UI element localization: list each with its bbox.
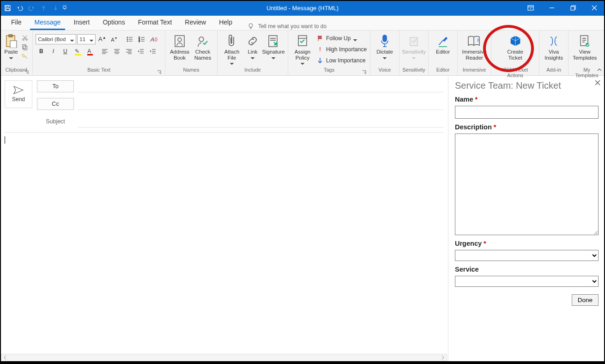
scroll-right-button[interactable] bbox=[439, 354, 447, 361]
immersive-reader-button[interactable]: Immersive Reader bbox=[460, 32, 488, 61]
create-ticket-button[interactable]: Create Ticket bbox=[502, 32, 529, 61]
bold-button[interactable]: B bbox=[36, 46, 47, 56]
group-immersive: Immersive Reader Immersive bbox=[458, 30, 491, 75]
format-painter-button[interactable] bbox=[20, 52, 30, 61]
font-color-button[interactable]: A bbox=[84, 46, 95, 56]
ribbon-tabs: File Message Insert Options Format Text … bbox=[0, 16, 605, 30]
low-importance-button[interactable]: Low Importance bbox=[317, 55, 367, 66]
align-right-icon bbox=[126, 48, 132, 55]
collapse-ribbon-button[interactable] bbox=[597, 67, 602, 73]
viva-icon bbox=[548, 33, 560, 49]
to-button[interactable]: To bbox=[37, 80, 74, 92]
tags-launcher[interactable] bbox=[362, 70, 366, 74]
font-family-dropdown[interactable]: Calibri (Bod bbox=[36, 34, 76, 44]
link-button[interactable]: Link bbox=[243, 32, 262, 59]
svg-point-21 bbox=[199, 37, 204, 42]
highlight-button[interactable]: ✎ bbox=[72, 46, 83, 56]
clear-formatting-button[interactable]: A◊ bbox=[148, 34, 159, 44]
tab-message[interactable]: Message bbox=[30, 16, 66, 30]
tab-help[interactable]: Help bbox=[214, 16, 237, 30]
paintbrush-icon bbox=[22, 53, 28, 60]
title-bar: Untitled - Message (HTML) bbox=[0, 0, 605, 16]
close-window-button[interactable] bbox=[584, 0, 605, 16]
assign-policy-button[interactable]: Assign Policy bbox=[291, 32, 314, 64]
tab-format-text[interactable]: Format Text bbox=[133, 16, 177, 30]
send-button[interactable]: Send bbox=[5, 80, 32, 108]
svg-rect-19 bbox=[175, 36, 184, 47]
minimize-button[interactable] bbox=[541, 0, 563, 16]
save-qat-button[interactable] bbox=[2, 2, 13, 14]
decrease-font-button[interactable]: A▼ bbox=[109, 34, 120, 44]
check-names-button[interactable]: Check Names bbox=[191, 32, 214, 61]
tab-options[interactable]: Options bbox=[98, 16, 129, 30]
ticket-urgency-select[interactable] bbox=[455, 250, 599, 261]
increase-font-button[interactable]: A▲ bbox=[97, 34, 108, 44]
follow-up-button[interactable]: Follow Up bbox=[317, 33, 367, 43]
align-left-button[interactable] bbox=[99, 46, 110, 56]
clipboard-launcher[interactable] bbox=[24, 70, 29, 74]
undo-qat-button[interactable] bbox=[14, 2, 25, 14]
signature-button[interactable]: Signature bbox=[262, 32, 285, 59]
paste-button[interactable]: Paste bbox=[3, 32, 19, 59]
qat-customize-button[interactable] bbox=[62, 2, 67, 14]
paperclip-icon bbox=[227, 33, 237, 49]
chevron-down-icon bbox=[9, 55, 13, 59]
svg-point-13 bbox=[127, 37, 128, 38]
align-left-icon bbox=[102, 48, 108, 55]
to-input[interactable] bbox=[78, 80, 443, 92]
svg-rect-4 bbox=[571, 6, 575, 10]
group-sensitivity: Sensitivity Sensitivity bbox=[399, 30, 429, 75]
message-body[interactable] bbox=[5, 132, 443, 354]
basic-text-launcher[interactable] bbox=[157, 70, 161, 74]
ticket-service-select[interactable] bbox=[455, 276, 599, 287]
view-templates-button[interactable]: View Templates bbox=[571, 32, 598, 61]
address-book-button[interactable]: Address Book bbox=[168, 32, 191, 61]
svg-point-14 bbox=[127, 39, 128, 40]
copy-icon bbox=[22, 44, 28, 50]
tab-review[interactable]: Review bbox=[180, 16, 211, 30]
dictate-button[interactable]: Dictate bbox=[373, 32, 396, 59]
sensitivity-icon bbox=[408, 33, 420, 49]
done-button[interactable]: Done bbox=[572, 294, 599, 306]
subject-input[interactable] bbox=[78, 115, 443, 127]
editor-button[interactable]: Editor bbox=[431, 32, 454, 55]
bullets-button[interactable] bbox=[124, 34, 135, 44]
ribbon-display-button[interactable] bbox=[520, 0, 541, 16]
next-item-qat-button bbox=[50, 2, 61, 14]
cut-button[interactable] bbox=[20, 33, 30, 42]
svg-rect-1 bbox=[6, 5, 8, 7]
bold-icon: B bbox=[39, 48, 43, 55]
group-tags: Assign Policy Follow Up ! High Importanc… bbox=[288, 30, 370, 75]
align-center-icon bbox=[114, 48, 120, 55]
decrease-indent-button[interactable] bbox=[135, 46, 146, 56]
high-importance-button[interactable]: ! High Importance bbox=[317, 44, 367, 55]
panel-close-button[interactable] bbox=[595, 79, 600, 87]
increase-indent-button[interactable] bbox=[147, 46, 158, 56]
cc-input[interactable] bbox=[78, 98, 443, 110]
copy-button[interactable] bbox=[20, 42, 30, 52]
ticket-description-input[interactable] bbox=[455, 133, 599, 235]
underline-button[interactable]: U bbox=[60, 46, 71, 56]
align-center-button[interactable] bbox=[111, 46, 122, 56]
horizontal-scrollbar[interactable] bbox=[1, 354, 447, 361]
font-size-dropdown[interactable]: 11 bbox=[77, 34, 96, 44]
decrease-font-icon: A▼ bbox=[111, 36, 117, 42]
address-book-icon bbox=[174, 33, 186, 49]
ticket-panel: Service Team: New Ticket Name * Descript… bbox=[448, 76, 605, 362]
cc-button[interactable]: Cc bbox=[37, 98, 74, 110]
tab-insert[interactable]: Insert bbox=[69, 16, 94, 30]
ticket-name-input[interactable] bbox=[455, 106, 599, 119]
align-right-button[interactable] bbox=[123, 46, 134, 56]
viva-insights-button[interactable]: Viva Insights bbox=[542, 32, 565, 61]
maximize-button[interactable] bbox=[563, 0, 584, 16]
italic-button[interactable]: I bbox=[48, 46, 59, 56]
eraser-a-icon: A◊ bbox=[151, 36, 157, 43]
attach-file-button[interactable]: Attach File bbox=[220, 32, 243, 64]
svg-rect-3 bbox=[528, 6, 533, 10]
numbering-button[interactable]: 123 bbox=[136, 34, 147, 44]
scroll-left-button[interactable] bbox=[1, 354, 9, 361]
group-addin: Viva Insights Add-in bbox=[539, 30, 569, 75]
tab-file[interactable]: File bbox=[6, 16, 26, 30]
highlight-icon: ✎ bbox=[75, 48, 79, 55]
tell-me-search[interactable]: Tell me what you want to do bbox=[247, 23, 327, 30]
